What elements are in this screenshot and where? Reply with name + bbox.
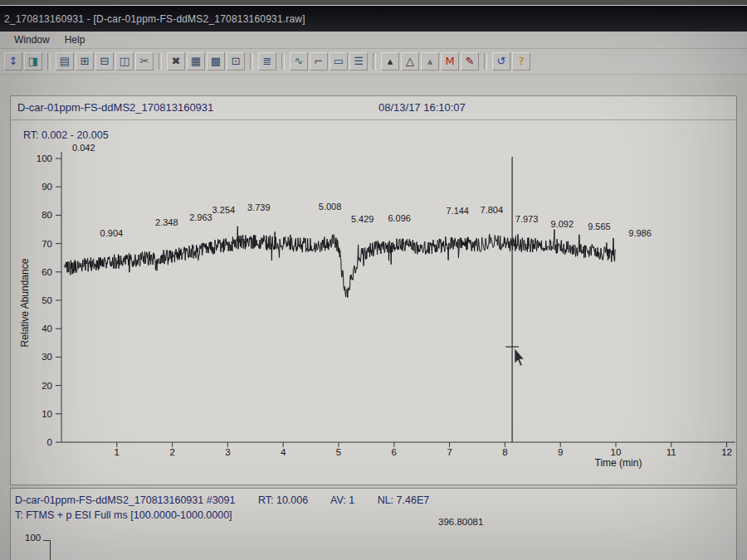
cut-cell-icon[interactable]: ✂ [135,52,154,71]
peak-detect-icon[interactable]: ▴ [381,52,399,71]
y-tick-label: 40 [42,324,52,334]
add-plot-icon[interactable]: ⊞ [76,52,94,71]
x-tick-label: 11 [666,447,676,457]
peak-area-icon[interactable]: ▴ [421,52,439,71]
annotate-icon[interactable]: ✎ [461,52,479,71]
title-bar[interactable]: 2_170813160931 - [D-car-01ppm-FS-ddMS2_1… [0,6,747,32]
remove-plot-icon[interactable]: ⊟ [95,52,114,71]
peak-label: 2.963 [189,212,212,222]
spectrum-panel[interactable]: D-car-01ppm-FS-ddMS2_170813160931 #3091 … [10,488,737,560]
refresh-icon[interactable]: ↺ [492,52,510,71]
desktop-edge [0,0,747,6]
screen: 2_170813160931 - [D-car-01ppm-FS-ddMS2_1… [0,0,747,560]
y-tick-label: 30 [42,352,52,362]
spectrum-y-tick [43,540,50,541]
x-tick-label: 3 [225,447,230,457]
y-tick-label: 70 [42,239,52,249]
help-icon[interactable]: ? [512,52,530,71]
menu-item-help[interactable]: Help [57,32,93,47]
chromatogram-svg: 1234567891011120102030405060708090100Tim… [0,124,747,481]
report-list-icon[interactable]: ☰ [349,52,368,71]
spectrum-nl: NL: 7.46E7 [378,494,430,506]
y-axis-title: Relative Abundance [19,259,31,348]
spectrum-rt: RT: 10.006 [258,494,308,506]
mouse-pointer-icon [515,348,524,366]
layout-grid-icon[interactable]: ▤ [56,52,74,71]
peak-label: 5.429 [351,214,374,224]
peak-label: 7.804 [481,205,504,215]
panel-header: D-car-01ppm-FS-ddMS2_170813160931 08/13/… [11,96,736,120]
spectrum-file-scan: D-car-01ppm-FS-ddMS2_170813160931 #3091 [15,494,235,506]
x-tick-label: 9 [558,447,563,457]
x-tick-label: 1 [115,447,120,457]
x-tick-label: 4 [281,447,286,457]
x-tick-label: 8 [502,447,507,457]
scan-filter-line: T: FTMS + p ESI Full ms [100.0000-1000.0… [15,509,232,521]
panel-title: D-car-01ppm-FS-ddMS2_170813160931 [17,96,213,119]
library-match-icon[interactable]: M [441,52,459,71]
axis-setup-icon[interactable]: ⌐ [310,52,328,71]
tile-grid-icon[interactable]: ▦ [187,52,205,71]
toggle-scale-icon[interactable]: ↕ [4,52,22,71]
toolbar-separator [281,53,285,70]
spectrum-y-axis-line [50,540,51,560]
toolbar-separator [484,53,487,70]
peak-label: 9.565 [588,222,611,231]
y-tick-label: 50 [42,295,52,305]
peak-label: 0.904 [100,228,124,238]
panel-datetime: 08/13/17 16:10:07 [378,96,466,119]
x-tick-label: 12 [721,447,732,457]
toolbar: ↕◨▤⊞⊟◫✂✖▦▩⊡≣∿⌐▭☰▴△▴M✎↺? [0,49,747,75]
y-tick-label: 80 [42,210,52,220]
y-tick-label: 100 [37,153,52,163]
chromatogram-plot[interactable]: 1234567891011120102030405060708090100Tim… [0,124,747,481]
spectrum-av: AV: 1 [330,494,354,506]
peak-label: 7.144 [446,206,469,216]
peak-label: 7.973 [515,214,539,224]
map-view-icon[interactable]: ▭ [330,52,348,71]
display-options-icon[interactable]: ◨ [24,52,42,71]
y-tick-label: 20 [42,381,52,391]
y-tick-label: 90 [42,182,52,192]
menu-bar: WindowHelp [0,32,747,49]
peak-label: 3.739 [247,202,271,212]
peak-label: 9.986 [628,228,652,238]
x-tick-label: 5 [336,447,341,457]
peak-label: 5.008 [319,202,342,212]
y-tick-label: 60 [42,267,52,277]
x-tick-label: 7 [447,447,452,457]
x-axis-title: Time (min) [595,457,642,469]
x-tick-label: 6 [392,447,397,457]
close-view-icon[interactable]: ✖ [167,52,185,71]
peak-label: 3.254 [212,205,236,215]
split-view-icon[interactable]: ◫ [115,52,134,71]
x-tick-label: 10 [611,447,622,457]
toolbar-separator [373,53,376,70]
chromatogram-view-icon[interactable]: ∿ [290,52,308,71]
spectrum-peak-label: 396.80081 [438,517,483,527]
y-tick-label: 0 [47,437,52,447]
y-tick-label: 10 [42,409,52,419]
peak-label: 0.042 [72,143,95,153]
tile-grid-alt-icon[interactable]: ▩ [207,52,225,71]
peak-label: 6.096 [388,213,411,223]
single-cell-icon[interactable]: ⊡ [227,52,245,71]
spectrum-y-tick-label: 100 [25,533,41,543]
toolbar-separator [250,53,253,70]
toolbar-separator [47,53,51,70]
peak-label-icon[interactable]: △ [401,52,419,71]
tic-trace [64,226,615,298]
rt-range-label: RT: 0.002 - 20.005 [23,129,109,141]
peak-label: 9.092 [551,219,574,229]
x-tick-label: 2 [169,447,174,457]
menu-item-window[interactable]: Window [7,32,57,47]
ranges-list-icon[interactable]: ≣ [258,52,276,71]
scan-header-line: D-car-01ppm-FS-ddMS2_170813160931 #3091 … [15,494,449,506]
toolbar-separator [159,53,162,70]
window-title: 2_170813160931 - [D-car-01ppm-FS-ddMS2_1… [0,13,305,25]
peak-label: 2.348 [155,217,178,227]
